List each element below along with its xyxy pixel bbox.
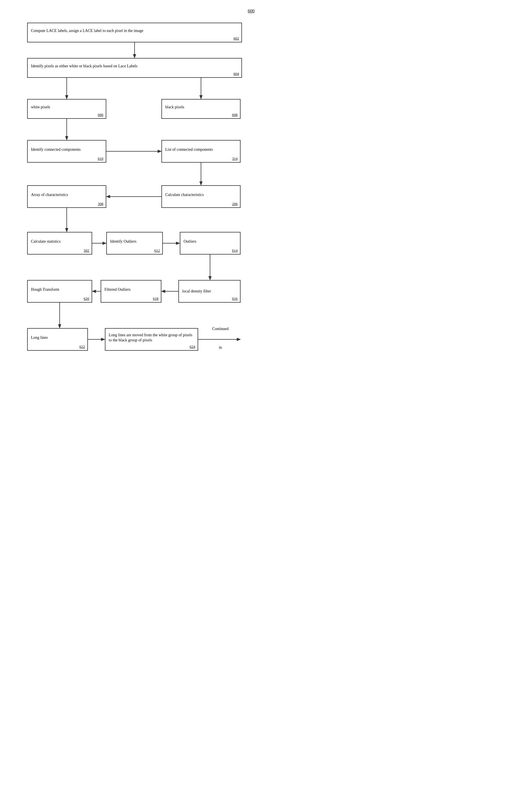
box-612-label: Identify Outliers (110, 239, 136, 244)
svg-marker-3 (65, 95, 68, 99)
box-624-label: Long lines are moved from the white grou… (109, 333, 194, 343)
svg-marker-31 (237, 338, 241, 341)
box-502-number: 502 (84, 248, 89, 253)
svg-marker-1 (133, 54, 136, 58)
box-206-number: 206 (232, 202, 238, 206)
box-608: black pixels 608 (162, 99, 241, 119)
box-606-label: white pixels (31, 105, 50, 110)
box-622-label: Long lines (31, 335, 48, 340)
box-618: Filtered Outliers 618 (101, 280, 162, 303)
svg-marker-19 (176, 242, 180, 245)
box-308-label: Array of characteristics (31, 192, 68, 198)
continued-text: Continued (212, 327, 229, 331)
box-308: Array of characteristics 308 (27, 185, 106, 208)
svg-marker-17 (102, 242, 106, 245)
box-502-label: Calculate statistics (31, 239, 61, 244)
box-608-number: 608 (232, 113, 238, 117)
box-624-number: 624 (190, 345, 195, 349)
box-608-label: black pixels (165, 105, 184, 110)
box-612: Identify Outliers 612 (106, 232, 163, 255)
box-624: Long lines are moved from the white grou… (105, 328, 198, 351)
box-604: Identify pixels as either white or black… (27, 58, 242, 78)
box-622: Long lines 622 (27, 328, 88, 351)
box-610-label: Identify connected components (31, 147, 81, 152)
box-602-label: Compute LACE labels, assign a LACE label… (31, 28, 144, 33)
box-206-label: Calculate characteristics (165, 192, 204, 198)
box-206: Calculate characteristics 206 (162, 185, 241, 208)
svg-marker-23 (162, 290, 165, 293)
box-616: local density filter 616 (178, 280, 241, 303)
box-314-number: 314 (232, 156, 238, 161)
box-604-number: 604 (233, 72, 239, 76)
box-610: Identify connected components 610 (27, 140, 106, 163)
svg-marker-15 (65, 228, 68, 232)
box-606-number: 606 (98, 113, 103, 117)
box-620-number: 620 (84, 296, 89, 301)
box-618-number: 618 (153, 296, 158, 301)
box-314: List of connected components 314 (162, 140, 241, 163)
box-616-number: 616 (232, 296, 238, 301)
box-602: Compute LACE labels, assign a LACE label… (27, 23, 242, 42)
svg-marker-5 (200, 95, 203, 99)
box-604-label: Identify pixels as either white or black… (31, 63, 138, 69)
box-314-label: List of connected components (165, 147, 213, 152)
svg-marker-21 (209, 276, 211, 280)
box-620: Hough Transform 620 (27, 280, 92, 303)
box-308-number: 308 (98, 202, 103, 206)
svg-marker-25 (92, 290, 96, 293)
svg-marker-9 (158, 150, 162, 153)
box-614: Outliers 614 (180, 232, 241, 255)
box-602-number: 602 (233, 36, 239, 41)
svg-marker-7 (65, 136, 68, 140)
continued-in: in (219, 345, 222, 350)
svg-marker-27 (58, 325, 61, 328)
box-618-label: Filtered Outliers (104, 287, 131, 292)
box-614-label: Outliers (184, 239, 196, 244)
box-614-number: 614 (232, 248, 238, 253)
box-612-number: 612 (154, 248, 160, 253)
box-622-number: 622 (79, 345, 85, 349)
svg-marker-11 (200, 182, 203, 185)
box-610-number: 610 (98, 156, 103, 161)
svg-marker-29 (101, 338, 105, 341)
continued-block: Continued in (212, 327, 229, 350)
box-606: white pixels 606 (27, 99, 106, 119)
box-502: Calculate statistics 502 (27, 232, 92, 255)
svg-marker-13 (106, 195, 110, 198)
box-620-label: Hough Transform (31, 287, 59, 292)
figure-number: 600 (248, 8, 255, 14)
box-616-label: local density filter (182, 289, 211, 294)
